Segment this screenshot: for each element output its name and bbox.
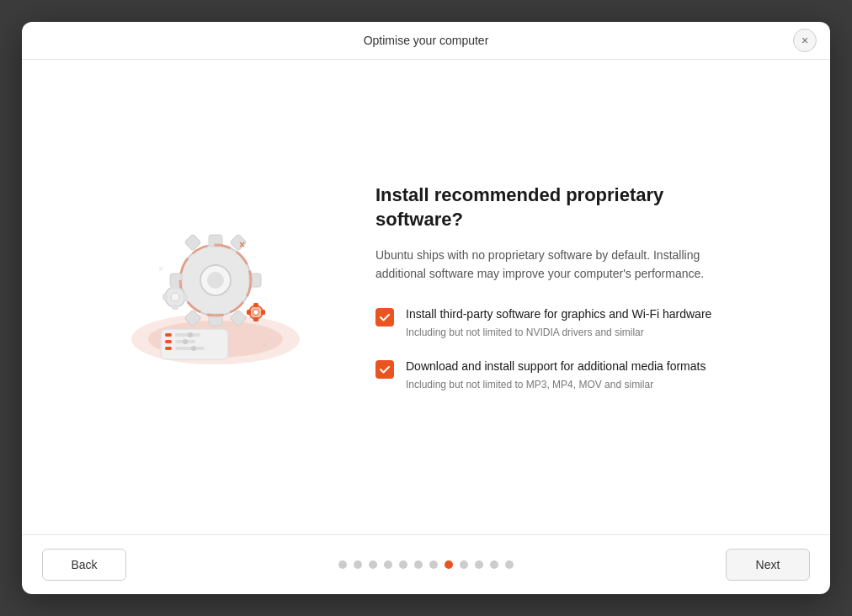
svg-point-11 bbox=[191, 346, 196, 351]
svg-rect-8 bbox=[175, 347, 205, 350]
svg-rect-35 bbox=[261, 310, 265, 315]
option-1-sublabel: Including but not limited to NVIDIA driv… bbox=[406, 327, 711, 338]
title-bar: Optimise your computer × bbox=[22, 22, 830, 60]
svg-text:×: × bbox=[262, 340, 267, 349]
next-button[interactable]: Next bbox=[726, 549, 810, 581]
checkbox-media-formats[interactable] bbox=[375, 360, 394, 379]
option-2-sublabel: Including but not limited to MP3, MP4, M… bbox=[406, 379, 706, 390]
svg-rect-26 bbox=[172, 284, 178, 289]
back-button[interactable]: Back bbox=[42, 549, 126, 581]
option-1-label: Install third-party software for graphic… bbox=[406, 306, 711, 323]
svg-rect-4 bbox=[165, 340, 172, 343]
close-button[interactable]: × bbox=[793, 29, 817, 52]
svg-point-14 bbox=[207, 272, 224, 289]
dot-6 bbox=[414, 560, 423, 569]
svg-rect-32 bbox=[253, 303, 258, 307]
svg-rect-33 bbox=[253, 317, 258, 321]
dot-1 bbox=[338, 560, 347, 569]
dialog-title: Optimise your computer bbox=[364, 34, 489, 47]
svg-rect-29 bbox=[183, 294, 188, 300]
page-heading: Install recommended proprietary software… bbox=[375, 183, 746, 231]
svg-rect-5 bbox=[165, 347, 172, 350]
option-2-label: Download and install support for additio… bbox=[406, 358, 706, 375]
dot-7 bbox=[429, 560, 438, 569]
svg-rect-34 bbox=[247, 310, 251, 315]
page-description: Ubuntu ships with no proprietary softwar… bbox=[375, 246, 746, 284]
checkbox-third-party[interactable] bbox=[375, 308, 394, 327]
svg-text:×: × bbox=[158, 264, 163, 273]
footer: Back Next bbox=[22, 534, 830, 594]
svg-point-10 bbox=[183, 339, 188, 344]
option-2: Download and install support for additio… bbox=[375, 358, 746, 390]
svg-point-25 bbox=[171, 293, 179, 301]
option-2-text: Download and install support for additio… bbox=[406, 358, 706, 390]
dot-4 bbox=[384, 560, 392, 569]
dot-5 bbox=[399, 560, 407, 569]
svg-rect-28 bbox=[162, 294, 168, 300]
svg-text:×: × bbox=[239, 239, 245, 251]
svg-point-9 bbox=[188, 332, 193, 337]
progress-dots bbox=[338, 560, 514, 569]
svg-point-31 bbox=[253, 310, 259, 316]
option-1: Install third-party software for graphic… bbox=[375, 306, 746, 338]
dot-11 bbox=[490, 560, 498, 569]
content-area: × × × × Install recommended proprietary … bbox=[22, 60, 830, 534]
main-content: Install recommended proprietary software… bbox=[375, 183, 746, 410]
dot-8 bbox=[445, 560, 453, 569]
illustration: × × × × bbox=[106, 204, 325, 390]
dialog: Optimise your computer × bbox=[22, 22, 830, 594]
option-1-text: Install third-party software for graphic… bbox=[406, 306, 711, 338]
dot-2 bbox=[354, 560, 362, 569]
svg-rect-3 bbox=[165, 333, 172, 337]
dot-10 bbox=[475, 560, 483, 569]
dot-9 bbox=[460, 560, 468, 569]
dot-3 bbox=[369, 560, 377, 569]
svg-rect-27 bbox=[172, 305, 178, 310]
dot-12 bbox=[505, 560, 514, 569]
